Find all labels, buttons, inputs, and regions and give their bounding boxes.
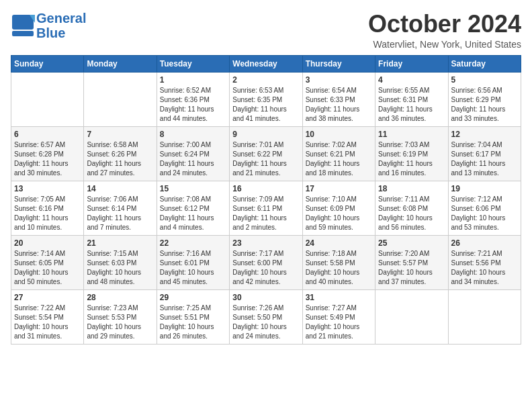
- day-of-week-header: Saturday: [448, 55, 521, 72]
- calendar-cell: 12Sunrise: 7:04 AM Sunset: 6:17 PM Dayli…: [448, 126, 521, 181]
- day-of-week-header: Sunday: [11, 55, 84, 72]
- calendar-cell: 16Sunrise: 7:09 AM Sunset: 6:11 PM Dayli…: [230, 181, 302, 235]
- day-number: 7: [87, 130, 153, 139]
- day-detail: Sunrise: 7:18 AM Sunset: 5:58 PM Dayligh…: [306, 249, 372, 287]
- day-of-week-header: Friday: [375, 55, 448, 72]
- day-of-week-header: Thursday: [302, 55, 375, 72]
- day-detail: Sunrise: 7:10 AM Sunset: 6:09 PM Dayligh…: [306, 195, 372, 232]
- day-number: 31: [306, 293, 372, 302]
- day-number: 23: [232, 238, 299, 248]
- day-detail: Sunrise: 7:20 AM Sunset: 5:57 PM Dayligh…: [378, 249, 445, 287]
- calendar-cell: [84, 72, 157, 126]
- month-title: October 2024: [368, 11, 521, 38]
- day-detail: Sunrise: 6:53 AM Sunset: 6:35 PM Dayligh…: [232, 86, 299, 124]
- calendar-cell: 1Sunrise: 6:52 AM Sunset: 6:36 PM Daylig…: [157, 72, 229, 126]
- title-block: October 2024 Watervliet, New York, Unite…: [368, 11, 521, 50]
- calendar-cell: 31Sunrise: 7:27 AM Sunset: 5:49 PM Dayli…: [302, 289, 375, 344]
- day-number: 16: [232, 184, 299, 193]
- calendar-cell: 30Sunrise: 7:26 AM Sunset: 5:50 PM Dayli…: [230, 289, 302, 344]
- day-detail: Sunrise: 7:02 AM Sunset: 6:21 PM Dayligh…: [306, 140, 372, 178]
- day-detail: Sunrise: 7:06 AM Sunset: 6:14 PM Dayligh…: [87, 195, 153, 232]
- calendar-cell: 14Sunrise: 7:06 AM Sunset: 6:14 PM Dayli…: [84, 181, 157, 235]
- day-number: 30: [232, 293, 299, 302]
- day-detail: Sunrise: 7:23 AM Sunset: 5:53 PM Dayligh…: [87, 304, 153, 341]
- calendar-cell: 10Sunrise: 7:02 AM Sunset: 6:21 PM Dayli…: [302, 126, 375, 181]
- day-detail: Sunrise: 7:14 AM Sunset: 6:05 PM Dayligh…: [14, 249, 81, 287]
- day-detail: Sunrise: 7:22 AM Sunset: 5:54 PM Dayligh…: [14, 304, 81, 341]
- day-number: 26: [451, 238, 518, 248]
- calendar-cell: 20Sunrise: 7:14 AM Sunset: 6:05 PM Dayli…: [11, 235, 84, 289]
- day-detail: Sunrise: 7:05 AM Sunset: 6:16 PM Dayligh…: [14, 195, 81, 232]
- day-number: 5: [451, 75, 518, 85]
- calendar-cell: 22Sunrise: 7:16 AM Sunset: 6:01 PM Dayli…: [157, 235, 229, 289]
- day-number: 15: [160, 184, 226, 193]
- day-number: 13: [14, 184, 81, 193]
- logo-blue: Blue: [36, 26, 86, 40]
- calendar-cell: 5Sunrise: 6:56 AM Sunset: 6:29 PM Daylig…: [448, 72, 521, 126]
- day-detail: Sunrise: 7:26 AM Sunset: 5:50 PM Dayligh…: [232, 304, 299, 341]
- day-detail: Sunrise: 7:03 AM Sunset: 6:19 PM Dayligh…: [378, 140, 445, 178]
- day-detail: Sunrise: 7:08 AM Sunset: 6:12 PM Dayligh…: [160, 195, 226, 232]
- day-detail: Sunrise: 7:21 AM Sunset: 5:56 PM Dayligh…: [451, 249, 518, 287]
- day-number: 11: [378, 130, 445, 139]
- day-number: 29: [160, 293, 226, 302]
- calendar-cell: 11Sunrise: 7:03 AM Sunset: 6:19 PM Dayli…: [375, 126, 448, 181]
- calendar-cell: 3Sunrise: 6:54 AM Sunset: 6:33 PM Daylig…: [302, 72, 375, 126]
- day-number: 19: [451, 184, 518, 193]
- day-number: 27: [14, 293, 81, 302]
- calendar-week-row: 27Sunrise: 7:22 AM Sunset: 5:54 PM Dayli…: [11, 289, 521, 344]
- calendar-cell: 25Sunrise: 7:20 AM Sunset: 5:57 PM Dayli…: [375, 235, 448, 289]
- day-detail: Sunrise: 6:55 AM Sunset: 6:31 PM Dayligh…: [378, 86, 445, 124]
- day-number: 24: [306, 238, 372, 248]
- day-number: 22: [160, 238, 226, 248]
- calendar-cell: 18Sunrise: 7:11 AM Sunset: 6:08 PM Dayli…: [375, 181, 448, 235]
- day-detail: Sunrise: 7:00 AM Sunset: 6:24 PM Dayligh…: [160, 140, 226, 178]
- calendar-cell: 4Sunrise: 6:55 AM Sunset: 6:31 PM Daylig…: [375, 72, 448, 126]
- calendar-cell: 27Sunrise: 7:22 AM Sunset: 5:54 PM Dayli…: [11, 289, 84, 344]
- calendar-cell: 29Sunrise: 7:25 AM Sunset: 5:51 PM Dayli…: [157, 289, 229, 344]
- day-detail: Sunrise: 6:54 AM Sunset: 6:33 PM Dayligh…: [306, 86, 372, 124]
- calendar-week-row: 6Sunrise: 6:57 AM Sunset: 6:28 PM Daylig…: [11, 126, 521, 181]
- day-detail: Sunrise: 6:57 AM Sunset: 6:28 PM Dayligh…: [14, 140, 81, 178]
- calendar-cell: 26Sunrise: 7:21 AM Sunset: 5:56 PM Dayli…: [448, 235, 521, 289]
- calendar-cell: 6Sunrise: 6:57 AM Sunset: 6:28 PM Daylig…: [11, 126, 84, 181]
- calendar-cell: 24Sunrise: 7:18 AM Sunset: 5:58 PM Dayli…: [302, 235, 375, 289]
- day-number: 17: [306, 184, 372, 193]
- calendar-week-row: 20Sunrise: 7:14 AM Sunset: 6:05 PM Dayli…: [11, 235, 521, 289]
- calendar-cell: 9Sunrise: 7:01 AM Sunset: 6:22 PM Daylig…: [230, 126, 302, 181]
- day-number: 12: [451, 130, 518, 139]
- calendar-cell: [375, 289, 448, 344]
- day-detail: Sunrise: 6:56 AM Sunset: 6:29 PM Dayligh…: [451, 86, 518, 124]
- day-detail: Sunrise: 6:52 AM Sunset: 6:36 PM Dayligh…: [160, 86, 226, 124]
- day-detail: Sunrise: 7:11 AM Sunset: 6:08 PM Dayligh…: [378, 195, 445, 232]
- calendar-cell: 28Sunrise: 7:23 AM Sunset: 5:53 PM Dayli…: [84, 289, 157, 344]
- calendar-header-row: SundayMondayTuesdayWednesdayThursdayFrid…: [11, 55, 521, 72]
- calendar-cell: 13Sunrise: 7:05 AM Sunset: 6:16 PM Dayli…: [11, 181, 84, 235]
- day-number: 4: [378, 75, 445, 85]
- calendar: SundayMondayTuesdayWednesdayThursdayFrid…: [11, 55, 521, 345]
- day-number: 8: [160, 130, 226, 139]
- day-detail: Sunrise: 7:12 AM Sunset: 6:06 PM Dayligh…: [451, 195, 518, 232]
- day-detail: Sunrise: 7:27 AM Sunset: 5:49 PM Dayligh…: [306, 304, 372, 341]
- day-number: 6: [14, 130, 81, 139]
- day-of-week-header: Tuesday: [157, 55, 229, 72]
- day-number: 2: [232, 75, 299, 85]
- calendar-week-row: 1Sunrise: 6:52 AM Sunset: 6:36 PM Daylig…: [11, 72, 521, 126]
- calendar-cell: 23Sunrise: 7:17 AM Sunset: 6:00 PM Dayli…: [230, 235, 302, 289]
- day-number: 20: [14, 238, 81, 248]
- calendar-cell: 7Sunrise: 6:58 AM Sunset: 6:26 PM Daylig…: [84, 126, 157, 181]
- day-number: 9: [232, 130, 299, 139]
- calendar-cell: [448, 289, 521, 344]
- calendar-cell: [11, 72, 84, 126]
- day-detail: Sunrise: 7:15 AM Sunset: 6:03 PM Dayligh…: [87, 249, 153, 287]
- day-number: 1: [160, 75, 226, 85]
- day-number: 3: [306, 75, 372, 85]
- calendar-cell: 15Sunrise: 7:08 AM Sunset: 6:12 PM Dayli…: [157, 181, 229, 235]
- logo-general: General: [36, 11, 86, 26]
- day-number: 14: [87, 184, 153, 193]
- day-of-week-header: Monday: [84, 55, 157, 72]
- location: Watervliet, New York, United States: [368, 39, 521, 50]
- day-detail: Sunrise: 7:25 AM Sunset: 5:51 PM Dayligh…: [160, 304, 226, 341]
- day-number: 21: [87, 238, 153, 248]
- day-number: 28: [87, 293, 153, 302]
